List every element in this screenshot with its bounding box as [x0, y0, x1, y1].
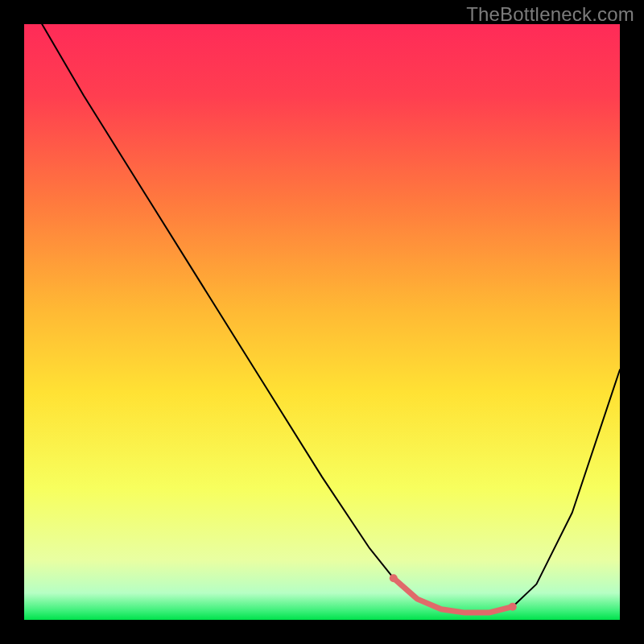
plot-area	[24, 24, 620, 620]
gradient-background	[24, 24, 620, 620]
optimal-end	[509, 603, 517, 611]
chart-frame: TheBottleneck.com	[0, 0, 644, 644]
chart-svg	[24, 24, 620, 620]
watermark-text: TheBottleneck.com	[466, 3, 634, 26]
optimal-start	[390, 574, 398, 582]
